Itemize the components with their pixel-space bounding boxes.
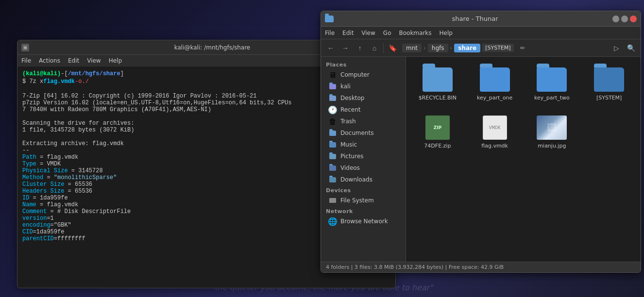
sidebar-label-recent: Recent bbox=[340, 106, 360, 113]
status-text: 4 folders | 3 files: 3.8 MiB (3,932,284 … bbox=[326, 264, 504, 270]
forward-button[interactable]: → bbox=[339, 41, 352, 55]
sidebar-label-browse-network: Browse Network bbox=[340, 218, 388, 225]
term-path-key: Path bbox=[22, 154, 36, 161]
places-label: Places bbox=[321, 60, 406, 69]
term-headersize-key: Headers Size bbox=[22, 188, 64, 195]
up-button[interactable]: ↑ bbox=[353, 41, 367, 55]
thunar-toolbar[interactable]: ← → ↑ ⌂ 🔖 mnt › hgfs › share [SYSTEM] ✏ … bbox=[321, 39, 641, 57]
term-clustersize-key: Cluster Size bbox=[22, 181, 64, 188]
back-button[interactable]: ← bbox=[324, 41, 338, 55]
sidebar-item-trash[interactable]: 🗑 Trash bbox=[322, 116, 405, 127]
menu-file[interactable]: File bbox=[325, 30, 335, 36]
file-item-zip[interactable]: ZIP 74DFE.zip bbox=[412, 111, 463, 153]
edit-location-button[interactable]: ✏ bbox=[516, 41, 529, 55]
sidebar-label-documents: Documents bbox=[340, 130, 373, 136]
term-physsize-key: Physical Size bbox=[22, 167, 68, 174]
term-id-key: ID bbox=[22, 195, 29, 201]
sidebar-item-computer[interactable]: 🖥 Computer bbox=[322, 69, 405, 81]
file-area: $RECYCLE.BIN key_part_one key_part_two bbox=[406, 57, 641, 262]
close-button[interactable] bbox=[630, 16, 637, 22]
term-line-3: 7 7840H with Radeon 780M Graphics (A70F4… bbox=[22, 106, 211, 113]
term-method-val: "monolithicSparse" bbox=[54, 174, 117, 181]
term-method-key: Method bbox=[22, 174, 43, 181]
thunar-window-buttons[interactable] bbox=[612, 16, 637, 22]
music-icon bbox=[329, 141, 337, 148]
term-filename: flag.vmdk bbox=[43, 78, 75, 85]
kali-folder-icon bbox=[329, 82, 337, 90]
loc-segment-hgfs[interactable]: hgfs bbox=[428, 44, 448, 52]
file-item-key-part-two[interactable]: key_part_two bbox=[526, 63, 578, 105]
sidebar-item-videos[interactable]: Videos bbox=[322, 162, 405, 174]
downloads-icon bbox=[329, 176, 337, 183]
pictures-icon bbox=[329, 152, 337, 160]
loc-segment-mnt[interactable]: mnt bbox=[402, 44, 422, 52]
zip-icon: ZIP bbox=[422, 115, 453, 141]
sidebar-item-downloads[interactable]: Downloads bbox=[322, 174, 405, 185]
network-label: Network bbox=[321, 206, 406, 215]
term-name-key: Name bbox=[22, 201, 36, 208]
file-grid: $RECYCLE.BIN key_part_one key_part_two bbox=[412, 63, 635, 153]
minimize-button[interactable] bbox=[612, 16, 619, 22]
terminal-menu-view[interactable]: View bbox=[87, 57, 101, 64]
sidebar-item-documents[interactable]: Documents bbox=[322, 127, 405, 139]
sidebar-label-desktop: Desktop bbox=[340, 95, 365, 101]
recycle-bin-icon bbox=[422, 66, 453, 93]
loc-segment-share[interactable]: share bbox=[454, 44, 480, 52]
file-item-key-part-one[interactable]: key_part_one bbox=[469, 63, 521, 105]
sidebar-item-kali[interactable]: kali bbox=[322, 81, 405, 92]
trash-icon: 🗑 bbox=[329, 117, 337, 125]
vmdk-icon: VMDK bbox=[479, 115, 510, 141]
recent-icon: 🕐 bbox=[329, 106, 337, 114]
file-item-system[interactable]: [SYSTEM] bbox=[583, 63, 635, 105]
sidebar-label-downloads: Downloads bbox=[340, 176, 373, 183]
home-button[interactable]: ⌂ bbox=[368, 41, 381, 55]
term-type-key: Type bbox=[22, 161, 36, 167]
term-path: /mnt/hgfs/share bbox=[68, 70, 120, 77]
terminal-menu-edit[interactable]: Edit bbox=[68, 57, 79, 64]
key-part-one-icon bbox=[479, 66, 510, 93]
image-icon: 🖼 bbox=[536, 115, 567, 141]
key-part-one-label: key_part_one bbox=[477, 95, 512, 101]
image-label: mianju.jpg bbox=[538, 143, 566, 149]
term-parentcid-key: parentCID bbox=[22, 235, 54, 242]
devices-label: Devices bbox=[321, 185, 406, 195]
menu-help[interactable]: Help bbox=[440, 30, 453, 36]
sidebar-item-pictures[interactable]: Pictures bbox=[322, 150, 405, 162]
bookmark-button[interactable]: 🔖 bbox=[386, 41, 399, 55]
maximize-button[interactable] bbox=[621, 16, 628, 22]
sidebar-item-browse-network[interactable]: 🌐 Browse Network bbox=[322, 215, 405, 227]
recycle-bin-label: $RECYCLE.BIN bbox=[419, 95, 457, 101]
expand-button[interactable]: ▷ bbox=[610, 41, 623, 55]
sidebar-item-recent[interactable]: 🕐 Recent bbox=[322, 104, 405, 116]
file-item-image[interactable]: 🖼 mianju.jpg bbox=[526, 111, 578, 153]
term-option: -o./ bbox=[75, 78, 89, 85]
search-button[interactable]: 🔍 bbox=[624, 41, 638, 55]
term-scanning: Scanning the drive for archives: bbox=[22, 120, 134, 127]
file-item-vmdk[interactable]: VMDK flag.vmdk bbox=[469, 111, 521, 153]
menu-go[interactable]: Go bbox=[383, 30, 391, 36]
menu-view[interactable]: View bbox=[361, 30, 375, 36]
system-folder-icon bbox=[593, 66, 625, 93]
term-extracting: Extracting archive: flag.vmdk bbox=[22, 140, 124, 147]
terminal-menu-file[interactable]: File bbox=[21, 57, 31, 64]
sidebar-item-filesystem[interactable]: File System bbox=[322, 195, 405, 206]
file-item-recycle-bin[interactable]: $RECYCLE.BIN bbox=[412, 63, 463, 105]
term-encoding-key: encoding bbox=[22, 222, 51, 229]
thunar-menubar[interactable]: File Edit View Go Bookmarks Help bbox=[321, 27, 641, 39]
thunar-window: share - Thunar File Edit View Go Bookmar… bbox=[321, 11, 641, 273]
menu-edit[interactable]: Edit bbox=[342, 30, 354, 36]
thunar-statusbar: 4 folders | 3 files: 3.8 MiB (3,932,284 … bbox=[321, 262, 641, 272]
term-cid-key: CID bbox=[22, 229, 33, 235]
toolbar-separator-1 bbox=[383, 43, 384, 53]
term-prompt: $ 7z x bbox=[22, 78, 43, 85]
sidebar-label-kali: kali bbox=[340, 83, 351, 90]
terminal-menu-actions[interactable]: Actions bbox=[39, 57, 60, 64]
term-file-count: 1 file, 3145728 bytes (3072 KiB) bbox=[22, 127, 134, 133]
desktop-folder-icon bbox=[329, 94, 337, 102]
sidebar-item-desktop[interactable]: Desktop bbox=[322, 92, 405, 104]
term-line-1: 7-Zip [64] 16.02 : Copyright (c) 1999-20… bbox=[22, 93, 256, 99]
menu-bookmarks[interactable]: Bookmarks bbox=[399, 30, 431, 36]
loc-extra[interactable]: [SYSTEM] bbox=[482, 44, 513, 52]
sidebar-item-music[interactable]: Music bbox=[322, 139, 405, 150]
terminal-menu-help[interactable]: Help bbox=[109, 57, 122, 64]
